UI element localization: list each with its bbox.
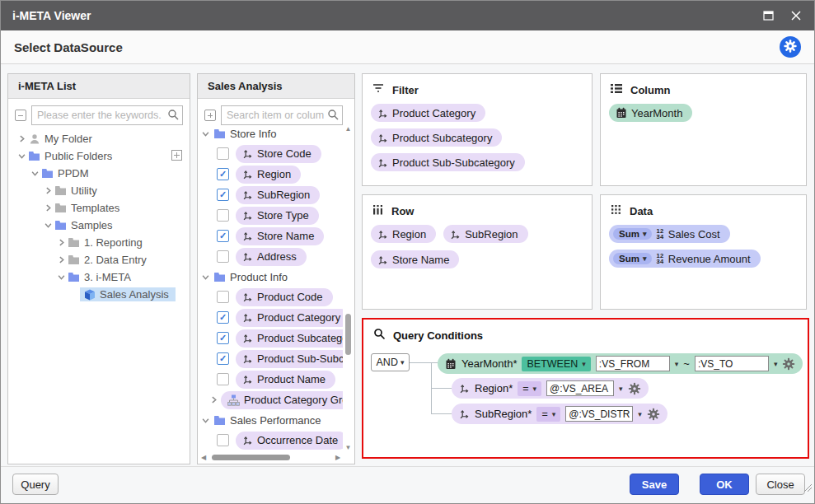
condition-settings-icon[interactable] <box>782 357 795 371</box>
field-row-store-type[interactable]: Store Type <box>199 205 343 226</box>
scrollbar-thumb[interactable] <box>212 455 290 460</box>
operator-dropdown[interactable]: =▾ <box>518 381 541 396</box>
save-button[interactable]: Save <box>630 474 679 495</box>
expand-all-icon[interactable] <box>204 110 216 121</box>
checkbox-checked[interactable]: ✓ <box>217 168 229 180</box>
field-chip-yearmonth[interactable]: YearMonth <box>609 104 692 122</box>
resize-grip-icon[interactable] <box>804 480 812 495</box>
close-button[interactable]: Close <box>756 474 805 495</box>
field-chip-region[interactable]: Region <box>236 166 301 184</box>
scroll-down-icon[interactable]: ▼ <box>343 442 354 452</box>
condition-settings-icon[interactable] <box>647 408 660 421</box>
chevron-down-icon[interactable] <box>16 152 27 160</box>
field-chip-product-category[interactable]: Product Category <box>236 309 343 327</box>
chevron-down-icon[interactable] <box>42 222 54 229</box>
condition-value-input[interactable] <box>565 406 633 422</box>
chevron-right-icon[interactable] <box>210 394 218 406</box>
close-icon[interactable] <box>789 9 803 22</box>
tree-item-my-folder[interactable]: My Folder <box>9 130 189 147</box>
condition-settings-icon[interactable] <box>628 382 641 395</box>
field-row-address[interactable]: Address <box>199 246 343 267</box>
column-search-input[interactable] <box>221 105 343 125</box>
checkbox-unchecked[interactable] <box>217 434 229 446</box>
chevron-right-icon[interactable] <box>55 239 67 246</box>
maximize-icon[interactable] <box>761 9 775 22</box>
chevron-right-icon[interactable] <box>55 256 67 264</box>
aggregation-dropdown[interactable]: Sum▾ <box>613 253 652 264</box>
field-chip-product-category[interactable]: Product Category <box>371 104 485 122</box>
value-dropdown-icon[interactable]: ▾ <box>619 385 623 393</box>
collapse-all-icon[interactable] <box>15 110 26 121</box>
horizontal-scrollbar[interactable]: ◀ ▶ <box>199 452 343 463</box>
field-chip-address[interactable]: Address <box>236 248 307 266</box>
scrollbar-thumb[interactable] <box>345 314 351 355</box>
field-chip-product-category-gro[interactable]: Product Category Gro <box>221 391 343 409</box>
value-dropdown-icon[interactable]: ▾ <box>675 360 679 368</box>
field-chip-product-subcategory[interactable]: Product Subcategory <box>371 128 502 147</box>
measure-chip-sales-cost[interactable]: Sum▾1234Sales Cost <box>609 225 730 243</box>
checkbox-unchecked[interactable] <box>217 209 229 222</box>
operator-dropdown[interactable]: BETWEEN▾ <box>522 357 590 371</box>
field-group-store-info[interactable]: Store Info <box>199 124 343 143</box>
vertical-scrollbar[interactable]: ▲ ▼ <box>343 124 354 452</box>
selected-tree-item[interactable]: Sales Analysis <box>80 287 176 301</box>
scroll-right-icon[interactable]: ▶ <box>333 452 343 463</box>
checkbox-unchecked[interactable] <box>217 373 229 385</box>
field-row-store-code[interactable]: Store Code <box>199 143 343 164</box>
ok-button[interactable]: OK <box>700 474 749 495</box>
checkbox-checked[interactable]: ✓ <box>217 189 229 201</box>
field-row-occurrence-date[interactable]: Occurrence Date <box>199 430 343 450</box>
tree-item-sales-analysis[interactable]: Sales Analysis <box>9 286 189 303</box>
field-chip-store-name[interactable]: Store Name <box>236 227 324 245</box>
field-row-store-name[interactable]: ✓Store Name <box>199 226 343 246</box>
logical-operator-dropdown[interactable]: AND ▾ <box>371 353 410 371</box>
field-chip-store-code[interactable]: Store Code <box>236 145 321 163</box>
query-button[interactable]: Query <box>12 474 59 495</box>
field-chip-product-sub-subcategory[interactable]: Product Sub-Subcategory <box>371 153 525 171</box>
hierarchy-item-product-category-gro[interactable]: Product Category Gro <box>199 390 343 410</box>
field-chip-subregion[interactable]: SubRegion <box>443 225 527 243</box>
value-dropdown-icon[interactable]: ▾ <box>774 360 778 368</box>
field-chip-store-name[interactable]: Store Name <box>371 250 459 268</box>
field-chip-region[interactable]: Region <box>371 225 436 243</box>
keywords-search-input[interactable] <box>31 105 183 125</box>
checkbox-unchecked[interactable] <box>217 147 229 160</box>
chevron-right-icon[interactable] <box>42 187 54 194</box>
field-row-product-name[interactable]: Product Name <box>199 369 343 390</box>
scroll-up-icon[interactable]: ▲ <box>343 124 354 133</box>
field-chip-product-name[interactable]: Product Name <box>236 371 335 389</box>
chevron-right-icon[interactable] <box>42 204 54 212</box>
chevron-down-icon[interactable] <box>55 273 67 281</box>
field-chip-store-type[interactable]: Store Type <box>236 207 319 225</box>
expand-all-icon[interactable] <box>171 150 182 163</box>
field-chip-occurrence-date[interactable]: Occurrence Date <box>236 432 343 450</box>
checkbox-checked[interactable]: ✓ <box>217 352 229 365</box>
scroll-left-icon[interactable]: ◀ <box>199 452 208 463</box>
tree-item-utility[interactable]: Utility <box>9 182 189 199</box>
condition-value-input[interactable] <box>546 380 614 396</box>
field-chip-product-subcategory[interactable]: Product Subcategory <box>236 329 343 348</box>
field-chip-subregion[interactable]: SubRegion <box>236 186 320 204</box>
settings-button[interactable] <box>780 36 801 58</box>
aggregation-dropdown[interactable]: Sum▾ <box>613 228 652 240</box>
tree-item-public-folders[interactable]: Public Folders <box>9 147 189 165</box>
checkbox-checked[interactable]: ✓ <box>217 332 229 344</box>
chevron-down-icon[interactable] <box>199 417 212 424</box>
chevron-right-icon[interactable] <box>16 135 27 142</box>
field-row-subregion[interactable]: ✓SubRegion <box>199 184 343 205</box>
condition-value-input[interactable] <box>596 356 670 371</box>
tree-item-samples[interactable]: Samples <box>9 217 189 234</box>
field-chip-product-sub-subcategory[interactable]: Product Sub-Subcategory <box>236 350 343 368</box>
chevron-down-icon[interactable] <box>29 170 40 177</box>
checkbox-checked[interactable]: ✓ <box>217 311 229 324</box>
field-row-region[interactable]: ✓Region <box>199 164 343 184</box>
field-row-product-sub-subcategory[interactable]: ✓Product Sub-Subcategory <box>199 348 343 369</box>
field-group-sales-performance[interactable]: Sales Performance <box>199 410 343 430</box>
value-dropdown-icon[interactable]: ▾ <box>638 410 642 418</box>
operator-dropdown[interactable]: =▾ <box>536 407 560 422</box>
field-chip-product-code[interactable]: Product Code <box>236 288 333 306</box>
chevron-down-icon[interactable] <box>199 130 212 138</box>
chevron-down-icon[interactable] <box>199 273 212 281</box>
field-row-product-code[interactable]: Product Code <box>199 287 343 307</box>
field-row-product-subcategory[interactable]: ✓Product Subcategory <box>199 328 343 348</box>
